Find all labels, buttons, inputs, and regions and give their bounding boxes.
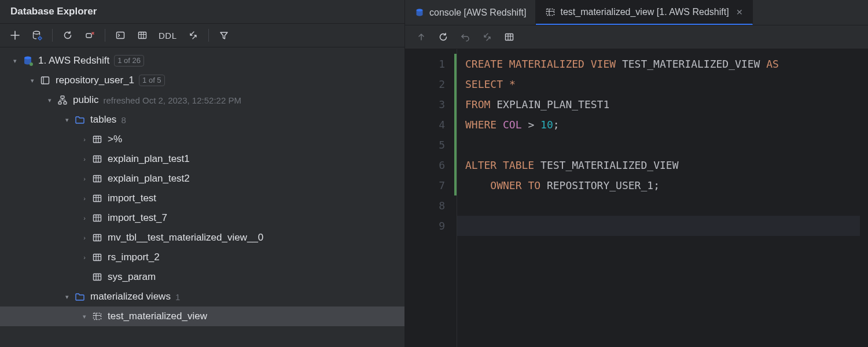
table-icon — [91, 252, 103, 263]
datasource-label: 1. AWS Redshift — [38, 55, 109, 67]
svg-rect-19 — [94, 313, 101, 320]
svg-rect-8 — [61, 96, 64, 98]
tree-schema[interactable]: ▾ public refreshed Oct 2, 2023, 12:52:22… — [0, 90, 404, 110]
table-label: import_test_7 — [108, 212, 167, 224]
table-label: mv_tbl__test_materialized_view__0 — [108, 232, 263, 243]
table-icon — [91, 212, 103, 224]
chevron-down-icon[interactable]: ▾ — [28, 77, 37, 84]
svg-rect-9 — [58, 102, 61, 104]
svg-rect-17 — [94, 254, 101, 261]
close-icon[interactable]: ✕ — [736, 8, 743, 17]
table-label: rs_import_2 — [108, 252, 160, 263]
database-tree[interactable]: ▾ 1. AWS Redshift 1 of 26 ▾ repository_u… — [0, 47, 404, 347]
svg-rect-16 — [94, 235, 101, 241]
table-label: import_test — [108, 193, 156, 204]
chevron-down-icon[interactable]: ▾ — [62, 116, 72, 124]
editor-tabs: console [AWS Redshift] test_materialized… — [405, 0, 868, 25]
chevron-down-icon[interactable]: ▾ — [45, 97, 54, 104]
chevron-right-icon[interactable]: › — [80, 254, 89, 261]
tree-database[interactable]: ▾ repository_user_1 1 of 5 — [0, 71, 404, 90]
svg-rect-7 — [42, 77, 49, 84]
svg-rect-10 — [64, 102, 67, 104]
chevron-down-icon[interactable]: ▾ — [10, 57, 20, 65]
chevron-down-icon[interactable]: ▾ — [62, 293, 72, 301]
tree-table[interactable]: ›explain_plan_test1 — [0, 149, 404, 169]
svg-rect-15 — [94, 215, 101, 222]
tree-tables-group[interactable]: ▾ tables 8 — [0, 110, 404, 130]
svg-rect-18 — [94, 274, 101, 280]
mviews-group-label: materialized views — [90, 291, 171, 302]
navigate-icon[interactable] — [185, 27, 201, 43]
tree-table[interactable]: ›import_test — [0, 189, 404, 208]
table-icon — [91, 173, 103, 184]
refresh-icon[interactable] — [435, 29, 451, 45]
chevron-right-icon[interactable]: › — [80, 215, 89, 222]
chevron-right-icon[interactable]: › — [80, 156, 89, 163]
editor-toolbar — [405, 25, 868, 49]
table-view-icon[interactable] — [501, 29, 517, 45]
tree-mview[interactable]: ▾ test_materialized_view — [0, 307, 404, 326]
tree-table[interactable]: ›explain_plan_test2 — [0, 169, 404, 189]
svg-rect-12 — [94, 156, 101, 163]
chevron-right-icon[interactable]: › — [80, 136, 89, 143]
svg-rect-2 — [86, 34, 91, 38]
add-icon[interactable] — [7, 27, 23, 43]
database-explorer-panel: Database Explorer DDL — [0, 0, 405, 347]
svg-rect-22 — [506, 34, 513, 40]
svg-point-6 — [30, 62, 33, 66]
tab-console[interactable]: console [AWS Redshift] — [405, 0, 536, 25]
svg-rect-11 — [94, 136, 101, 143]
tab-label: console [AWS Redshift] — [429, 8, 526, 18]
navigate-icon[interactable] — [479, 29, 495, 45]
jump-to-console-icon[interactable] — [112, 27, 128, 43]
database-icon — [39, 75, 51, 86]
table-label: sys_param — [108, 271, 156, 283]
table-label: explain_plan_test1 — [108, 153, 190, 165]
chevron-right-icon[interactable]: › — [80, 175, 89, 182]
tree-table[interactable]: sys_param — [0, 267, 404, 287]
table-icon — [91, 134, 103, 145]
tab-materialized-view[interactable]: test_materialized_view [1. AWS Redshift]… — [536, 0, 752, 25]
tree-table[interactable]: ›import_test_7 — [0, 208, 404, 228]
tables-count: 8 — [121, 115, 126, 125]
redshift-icon — [414, 8, 425, 18]
svg-rect-21 — [547, 9, 554, 15]
datasource-badge: 1 of 26 — [114, 55, 144, 67]
materialized-view-icon — [91, 311, 103, 322]
datasource-properties-icon[interactable] — [29, 27, 45, 43]
editor-panel: console [AWS Redshift] test_materialized… — [405, 0, 868, 347]
filter-icon[interactable] — [216, 27, 232, 43]
sql-editor[interactable]: 123456789 CREATE MATERIALIZED VIEW TEST_… — [405, 49, 868, 347]
tree-mviews-group[interactable]: ▾ materialized views 1 — [0, 287, 404, 307]
table-icon — [91, 193, 103, 204]
refresh-icon[interactable] — [60, 27, 76, 43]
table-view-icon[interactable] — [134, 27, 150, 43]
upload-icon[interactable] — [413, 29, 429, 45]
ddl-button[interactable]: DDL — [156, 28, 179, 43]
panel-title: Database Explorer — [0, 0, 404, 24]
undo-icon[interactable] — [457, 29, 473, 45]
database-badge: 1 of 5 — [139, 75, 165, 86]
folder-icon — [74, 291, 86, 302]
svg-rect-4 — [139, 32, 146, 39]
editor-gutter: 123456789 — [405, 49, 457, 347]
chevron-right-icon[interactable]: › — [80, 195, 89, 202]
svg-point-1 — [39, 37, 41, 39]
table-label: >% — [108, 134, 122, 145]
table-label: explain_plan_test2 — [108, 173, 190, 184]
materialized-view-icon — [545, 7, 556, 17]
database-label: repository_user_1 — [56, 75, 134, 86]
folder-icon — [74, 114, 86, 125]
chevron-down-icon[interactable]: ▾ — [80, 313, 89, 320]
tree-table[interactable]: ›>% — [0, 130, 404, 149]
chevron-right-icon[interactable]: › — [80, 234, 89, 241]
editor-code[interactable]: CREATE MATERIALIZED VIEW TEST_MATERIALIZ… — [457, 49, 868, 347]
table-icon — [91, 232, 103, 243]
disconnect-icon[interactable] — [82, 27, 98, 43]
explorer-toolbar: DDL — [0, 24, 404, 47]
table-icon — [91, 271, 103, 283]
table-icon — [91, 153, 103, 165]
tree-table[interactable]: ›rs_import_2 — [0, 248, 404, 267]
tree-table[interactable]: ›mv_tbl__test_materialized_view__0 — [0, 228, 404, 248]
tree-datasource[interactable]: ▾ 1. AWS Redshift 1 of 26 — [0, 51, 404, 71]
